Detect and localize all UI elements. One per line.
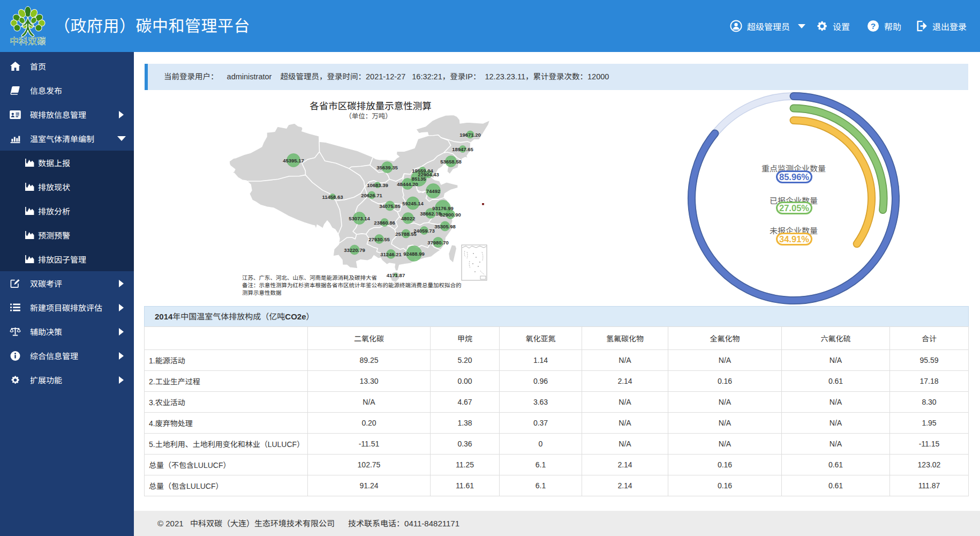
sidebar-item-label: 首页 bbox=[30, 61, 46, 72]
table-cell: N/A bbox=[582, 413, 668, 434]
gauge-value-monitored: 85.96% bbox=[776, 170, 812, 183]
table-row: 2.工业生产过程13.300.000.962.140.160.6117.18 bbox=[145, 371, 969, 392]
map-bubble-value: 11458.63 bbox=[322, 194, 343, 200]
logout-button[interactable]: 退出登录 bbox=[915, 0, 967, 52]
table-row: 4.废弃物处理0.201.380.37N/AN/AN/A1.95 bbox=[145, 413, 969, 434]
table-cell: N/A bbox=[782, 392, 890, 413]
settings-button[interactable]: 设置 bbox=[816, 0, 850, 52]
map-bubble-value: 31246.21 bbox=[380, 251, 402, 257]
ghg-col-header: 氧化亚氮 bbox=[500, 327, 582, 350]
ghg-table-body: 1.能源活动89.255.201.14N/AN/AN/A95.592.工业生产过… bbox=[145, 350, 969, 496]
areachart-icon bbox=[24, 255, 35, 263]
sidebar-item-ghg-inventory[interactable]: 温室气体清单编制 bbox=[0, 126, 134, 151]
book-icon bbox=[10, 86, 21, 95]
question-circle-icon: ? bbox=[867, 20, 879, 32]
gear-icon bbox=[816, 20, 828, 32]
app-title: （政府用）碳中和管理平台 bbox=[54, 0, 250, 52]
table-cell: 0.61 bbox=[782, 475, 890, 496]
table-cell: 17.18 bbox=[890, 371, 969, 392]
ghg-table: 2014年中国温室气体排放构成（亿吨CO2e） 二氧化碳甲烷氧化亚氮氢氟碳化物全… bbox=[144, 306, 969, 496]
caret-right-icon bbox=[119, 352, 124, 360]
user-avatar-icon bbox=[730, 20, 742, 32]
gauge-value-unreported: 34.91% bbox=[776, 233, 812, 245]
sidebar-item-home[interactable]: 首页 bbox=[0, 54, 134, 78]
sidebar-item-label: 碳排放信息管理 bbox=[30, 109, 86, 120]
caret-down-icon bbox=[117, 136, 126, 141]
logo-tree-icon: 中科双碳 bbox=[10, 5, 46, 46]
ghg-col-header bbox=[145, 327, 308, 350]
table-cell: -11.51 bbox=[308, 434, 431, 455]
table-cell: 11.61 bbox=[431, 475, 500, 496]
ghg-table-head: 二氧化碳甲烷氧化亚氮氢氟碳化物全氟化物六氟化硫合计 bbox=[145, 327, 969, 350]
table-cell: 0.61 bbox=[782, 371, 890, 392]
sidebar-subitem-label: 预测预警 bbox=[38, 229, 70, 241]
sidebar-nav: 首页 信息发布 碳排放信息管理 bbox=[0, 52, 134, 536]
table-cell: N/A bbox=[582, 434, 668, 455]
edit-icon bbox=[10, 279, 21, 288]
map-bubble-value: 4171.87 bbox=[387, 272, 405, 278]
sidebar-subitem-0[interactable]: 数据上报 bbox=[0, 151, 134, 175]
map-note-2: 备注：示意性测算为红杉资本根据各省市区统计年鉴公布的能源终端消费总量加权拟合的 bbox=[242, 282, 462, 288]
sidebar-subitem-1[interactable]: 排放现状 bbox=[0, 175, 134, 199]
areachart-icon bbox=[24, 207, 35, 215]
sidebar-item-new-project-assess[interactable]: 新建项目碳排放评估 bbox=[0, 295, 134, 319]
map-bubble-value: 53073.14 bbox=[349, 215, 370, 221]
map-bubble-value: 18947.65 bbox=[452, 146, 473, 152]
sidebar-item-carbon-info[interactable]: 碳排放信息管理 bbox=[0, 102, 134, 126]
table-cell: 0.16 bbox=[668, 371, 782, 392]
map-bubble-value: 32900.90 bbox=[440, 212, 461, 218]
map-note-1: 江苏、广东、河北、山东、河南是能源消耗及碳排大省 bbox=[242, 274, 377, 281]
caret-right-icon bbox=[119, 111, 124, 118]
table-row: 3.农业活动N/A4.673.63N/AN/AN/A8.30 bbox=[145, 392, 969, 413]
ghg-col-header: 二氧化碳 bbox=[308, 327, 431, 350]
help-button[interactable]: ? 帮助 bbox=[867, 0, 901, 52]
sidebar-item-label: 信息发布 bbox=[30, 85, 62, 96]
idcard-icon bbox=[10, 110, 21, 119]
areachart-icon bbox=[24, 183, 35, 191]
map-subtitle: （单位：万吨） bbox=[345, 113, 392, 120]
sidebar-subitem-4[interactable]: 排放因子管理 bbox=[0, 247, 134, 271]
map-bubble-value: 35305.98 bbox=[434, 224, 456, 229]
table-cell: 2.工业生产过程 bbox=[145, 371, 308, 392]
sidebar-subitem-3[interactable]: 预测预警 bbox=[0, 223, 134, 247]
sidebar-item-news[interactable]: 信息发布 bbox=[0, 78, 134, 102]
table-cell: 0.37 bbox=[500, 413, 582, 434]
map-note-3: 测算示意性数据 bbox=[242, 289, 282, 296]
table-cell: N/A bbox=[668, 392, 782, 413]
map-bubble-value: 45395.17 bbox=[283, 158, 304, 163]
map-red-marker bbox=[482, 203, 484, 205]
table-cell: 1.95 bbox=[890, 413, 969, 434]
sidebar-subitem-label: 排放因子管理 bbox=[38, 254, 86, 265]
sidebar-item-general-info[interactable]: 综合信息管理 bbox=[0, 344, 134, 368]
user-menu[interactable]: 超级管理员 bbox=[730, 0, 805, 52]
sidebar-item-decision-support[interactable]: 辅助决策 bbox=[0, 319, 134, 344]
table-cell: 0.36 bbox=[431, 434, 500, 455]
sidebar-item-extensions[interactable]: 扩展功能 bbox=[0, 368, 134, 392]
sidebar-subitem-label: 排放分析 bbox=[38, 205, 70, 217]
sidebar-item-label: 扩展功能 bbox=[30, 374, 62, 385]
sidebar-item-label: 温室气体清单编制 bbox=[30, 133, 94, 144]
table-cell: 0.96 bbox=[500, 371, 582, 392]
sidebar-subitem-2[interactable]: 排放分析 bbox=[0, 199, 134, 223]
map-bubble-value: 24059.73 bbox=[413, 228, 435, 234]
table-cell: 6.1 bbox=[500, 475, 582, 496]
map-bubble-value: 34075.85 bbox=[379, 203, 401, 209]
areachart-icon bbox=[24, 159, 35, 167]
table-cell: 111.87 bbox=[890, 475, 969, 496]
table-cell: 0 bbox=[500, 434, 582, 455]
map-bubble-value: 38662.18 bbox=[420, 211, 441, 217]
sidebar-item-dual-carbon-review[interactable]: 双碳考评 bbox=[0, 271, 134, 295]
table-cell: 4.67 bbox=[431, 392, 500, 413]
map-bubble-value: 10683.39 bbox=[367, 182, 388, 188]
user-caret-down-icon bbox=[798, 24, 805, 28]
map-bubble-value: 59245.14 bbox=[402, 200, 424, 206]
table-cell: 0.00 bbox=[431, 371, 500, 392]
caret-right-icon bbox=[119, 304, 124, 311]
table-cell: N/A bbox=[782, 434, 890, 455]
ghg-col-header: 氢氟碳化物 bbox=[582, 327, 668, 350]
sidebar-item-label: 辅助决策 bbox=[30, 326, 62, 337]
table-cell: 2.14 bbox=[582, 371, 668, 392]
map-bubble-value: 19671.20 bbox=[459, 132, 481, 138]
table-cell: 2.14 bbox=[582, 455, 668, 475]
balance-icon bbox=[10, 327, 21, 336]
